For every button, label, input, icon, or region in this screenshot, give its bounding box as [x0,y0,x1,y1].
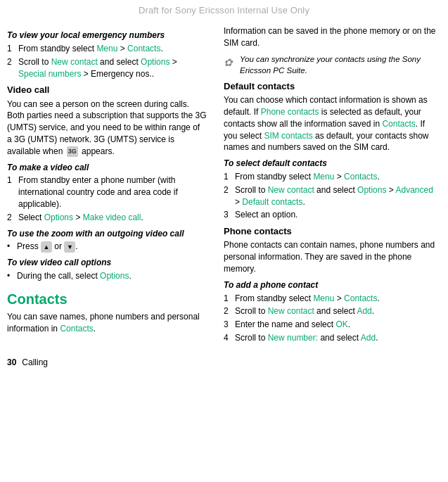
up-arrow-icon: ▲ [41,241,52,253]
default-contacts-heading: Default contacts [224,80,436,93]
add-link: Add [357,306,371,316]
contacts-heading: Contacts [7,289,207,309]
bullet-symbol: • [7,241,15,253]
bullet-text: Press ▲ or ▼. [17,241,78,253]
view-options-title: To view video call options [7,257,207,269]
step-num: 2 [224,184,233,196]
tip-text: You can synchronize your contacts using … [240,53,436,76]
sim-contacts-link: SIM contacts [264,131,312,141]
step-num: 2 [7,56,17,68]
section-contacts-intro: Contacts You can save names, phone numbe… [7,289,207,335]
step-1-add: 1 From standby select Menu > Contacts. [224,293,436,305]
step-1-select: 1 From standby select Menu > Contacts. [224,171,436,183]
options-link: Options [44,213,73,222]
menu-link: Menu [313,293,334,303]
advanced-link: Advanced [395,185,433,195]
phone-contacts-heading: Phone contacts [224,225,436,238]
contacts-body: You can save names, phone numbers and pe… [7,311,207,335]
section-phone-contacts: Phone contacts Phone contacts can contai… [224,225,436,275]
step-num: 3 [224,319,233,331]
ok-link: OK [335,319,347,329]
step-text: Scroll to New contact and select Add. [235,305,374,317]
options-link: Options [141,57,169,67]
section-video-call: Video call You can see a person on the s… [7,84,207,157]
step-text: Scroll to New number: and select Add. [235,332,378,344]
menu-link: Menu [96,44,117,53]
phone-contacts-link: Phone contacts [261,107,319,117]
make-video-call-link: Make video call [83,213,141,222]
default-contacts-body: You can choose which contact information… [224,94,436,153]
default-contacts-link: Default contacts [242,197,302,207]
tip-box: ✿ You can synchronize your contacts usin… [224,53,436,76]
step-2-emergency: 2 Scroll to New contact and select Optio… [7,56,207,80]
footer-label: Calling [22,357,48,369]
special-numbers-link: Special numbers [18,69,81,79]
page-footer: 30 Calling [0,353,448,372]
bullet-text: During the call, select Options. [17,270,132,282]
contacts-link: Contacts [344,293,377,303]
options-link: Options [357,185,386,195]
new-contact-link: New contact [268,306,314,316]
step-text: From standby select Menu > Contacts. [235,171,380,183]
new-number-link: New number: [268,333,318,343]
bullet-options: • During the call, select Options. [7,270,207,282]
down-arrow-icon: ▼ [64,241,75,253]
section-view-options: To view video call options • During the … [7,257,207,282]
contacts-link: Contacts [60,324,93,334]
step-text: Select an option. [235,209,297,221]
step-num: 1 [7,43,17,55]
step-num: 1 [224,171,233,183]
step-text: Scroll to New contact and select Options… [18,56,207,80]
bullet-symbol: • [7,270,15,282]
step-1-make-call: 1 From standby enter a phone number (wit… [7,175,207,210]
right-column: Information can be saved in the phone me… [218,20,436,345]
select-default-title: To select default contacts [224,158,436,170]
watermark: Draft for Sony Ericsson Internal Use Onl… [0,0,448,20]
step-num: 4 [224,332,233,344]
step-num: 2 [7,212,17,224]
step-num: 3 [224,209,233,221]
tip-icon: ✿ [224,55,236,70]
make-video-call-title: To make a video call [7,162,207,174]
step-2-add: 2 Scroll to New contact and select Add. [224,305,436,317]
step-text: From standby select Menu > Contacts. [235,293,380,305]
add-contact-title: To add a phone contact [224,279,436,291]
section-zoom: To use the zoom with an outgoing video c… [7,228,207,253]
step-text: Enter the name and select OK. [235,319,350,331]
page-number: 30 [7,357,16,369]
contacts-link: Contacts [382,119,415,129]
step-3-add: 3 Enter the name and select OK. [224,319,436,331]
zoom-title: To use the zoom with an outgoing video c… [7,228,207,240]
menu-link: Menu [313,172,334,182]
section-make-video-call: To make a video call 1 From standby ente… [7,162,207,224]
new-contact-link: New contact [268,185,314,195]
video-call-heading: Video call [7,84,207,96]
add-link2: Add [361,333,376,343]
step-num: 1 [224,293,233,305]
new-contact-link: New contact [51,57,98,67]
step-text: Scroll to New contact and select Options… [235,184,436,208]
phone-contacts-body: Phone contacts can contain names, phone … [224,239,436,274]
left-column: To view your local emergency numbers 1 F… [7,20,218,345]
options-link: Options [100,271,129,281]
bullet-zoom: • Press ▲ or ▼. [7,241,207,253]
section-emergency-title: To view your local emergency numbers [7,30,207,42]
section-select-default: To select default contacts 1 From standb… [224,158,436,221]
3g-icon: 3G [67,146,78,157]
contacts-link: Contacts [127,44,160,53]
step-4-add: 4 Scroll to New number: and select Add. [224,332,436,344]
contacts-link: Contacts [344,172,377,182]
step-num: 2 [224,305,233,317]
step-text: Select Options > Make video call. [18,212,143,224]
section-emergency: To view your local emergency numbers 1 F… [7,30,207,80]
section-default-contacts: Default contacts You can choose which co… [224,80,436,153]
step-2-make-call: 2 Select Options > Make video call. [7,212,207,224]
right-intro: Information can be saved in the phone me… [224,25,436,49]
step-1-emergency: 1 From standby select Menu > Contacts. [7,43,207,55]
step-2-select: 2 Scroll to New contact and select Optio… [224,184,436,208]
step-text: From standby enter a phone number (with … [18,175,207,210]
video-call-body: You can see a person on the screen durin… [7,99,207,158]
step-num: 1 [7,175,17,186]
step-text: From standby select Menu > Contacts. [18,43,163,55]
step-3-select: 3 Select an option. [224,209,436,221]
